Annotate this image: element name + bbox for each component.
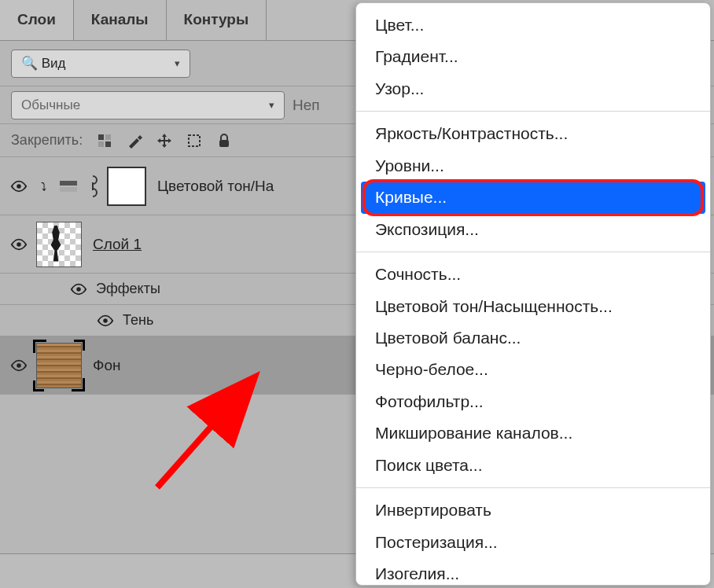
svg-point-9 <box>17 242 21 247</box>
blend-mode-dropdown[interactable]: Обычные ▾ <box>11 91 285 119</box>
menu-item[interactable]: Цвет... <box>356 9 710 41</box>
menu-item[interactable]: Цветовой тон/Насыщенность... <box>356 291 710 322</box>
menu-item[interactable]: Яркость/Контрастность... <box>356 118 710 149</box>
visibility-toggle[interactable] <box>68 281 90 298</box>
svg-rect-5 <box>219 140 229 147</box>
svg-rect-2 <box>98 141 104 147</box>
lock-artboard-icon[interactable] <box>186 133 202 149</box>
menu-item[interactable]: Узор... <box>356 73 710 105</box>
lock-pixels-icon[interactable] <box>97 133 112 149</box>
menu-item[interactable]: Инвертировать <box>356 494 710 526</box>
menu-item[interactable]: Микширование каналов... <box>356 417 710 449</box>
svg-point-6 <box>17 184 21 189</box>
effects-label: Эффекты <box>96 281 160 297</box>
hue-sat-icon <box>58 176 79 197</box>
chevron-down-icon: ▾ <box>175 57 180 69</box>
layer-name[interactable]: Слой 1 <box>93 236 142 253</box>
clip-indicator-icon: ⤵ <box>35 180 52 193</box>
lock-move-icon[interactable] <box>156 133 172 149</box>
lock-label: Закрепить: <box>11 132 83 149</box>
kind-label: Вид <box>42 56 66 71</box>
svg-rect-0 <box>98 134 104 140</box>
opacity-label: Неп <box>293 97 320 114</box>
svg-rect-7 <box>60 181 77 186</box>
menu-item[interactable]: Уровни... <box>356 150 710 182</box>
blend-mode-value: Обычные <box>21 97 80 113</box>
mask-thumbnail[interactable] <box>107 167 146 206</box>
visibility-toggle[interactable] <box>8 178 30 195</box>
svg-point-12 <box>17 363 21 368</box>
menu-item[interactable]: Поиск цвета... <box>356 450 710 481</box>
tab-layers[interactable]: Слои <box>0 0 74 40</box>
menu-item[interactable]: Градиент... <box>356 41 710 72</box>
svg-rect-1 <box>105 134 111 140</box>
menu-item[interactable]: Цветовой баланс... <box>356 322 710 354</box>
visibility-toggle[interactable] <box>94 312 116 329</box>
menu-item[interactable]: Постеризация... <box>356 527 710 558</box>
link-icon <box>85 175 101 198</box>
svg-point-11 <box>103 318 108 323</box>
menu-item[interactable]: Изогелия... <box>356 558 710 588</box>
svg-point-10 <box>76 287 81 292</box>
menu-separator <box>356 487 710 488</box>
menu-item[interactable]: Кривые... <box>361 182 705 213</box>
effect-shadow-label: Тень <box>123 312 153 329</box>
layer-name[interactable]: Цветовой тон/На <box>157 178 274 195</box>
layer-name[interactable]: Фон <box>93 357 121 374</box>
svg-rect-3 <box>105 141 111 147</box>
menu-separator <box>356 252 710 252</box>
menu-item[interactable]: Экспозиция... <box>356 214 710 245</box>
lock-all-icon[interactable] <box>216 133 232 149</box>
adjustment-context-menu: Цвет...Градиент...Узор...Яркость/Контрас… <box>355 2 711 586</box>
menu-item[interactable]: Фотофильтр... <box>356 386 710 417</box>
menu-item[interactable]: Черно-белое... <box>356 354 710 385</box>
menu-separator <box>356 111 710 112</box>
visibility-toggle[interactable] <box>8 357 30 374</box>
visibility-toggle[interactable] <box>8 236 30 253</box>
chevron-down-icon: ▾ <box>269 99 274 111</box>
layer-thumbnail[interactable] <box>36 343 82 388</box>
svg-rect-4 <box>189 135 200 146</box>
menu-item[interactable]: Сочность... <box>356 259 710 290</box>
lock-brush-icon[interactable] <box>127 133 142 149</box>
layer-thumbnail[interactable] <box>36 222 82 267</box>
svg-line-13 <box>157 385 248 487</box>
tab-channels[interactable]: Каналы <box>74 0 167 40</box>
kind-dropdown[interactable]: 🔍 Вид ▾ <box>11 50 190 78</box>
svg-rect-8 <box>60 187 77 192</box>
tab-paths[interactable]: Контуры <box>167 0 267 40</box>
